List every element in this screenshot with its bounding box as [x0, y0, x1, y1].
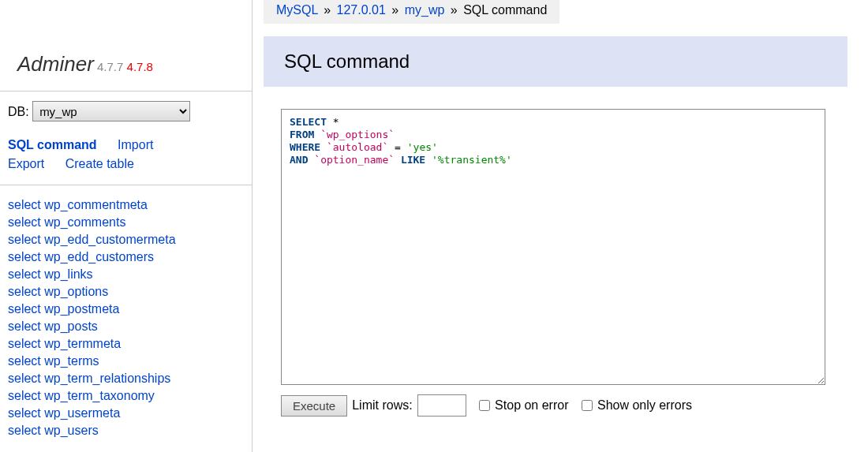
logo-block: Adminer 4.7.7 4.7.8 — [0, 35, 252, 92]
execute-button[interactable]: Execute — [281, 395, 347, 417]
version-current: 4.7.7 — [97, 60, 123, 73]
version-new[interactable]: 4.7.8 — [127, 60, 153, 73]
table-link[interactable]: select wp_commentmeta — [8, 196, 244, 214]
nav-links: SQL command Import Export Create table — [0, 131, 252, 185]
db-label: DB: — [8, 105, 29, 118]
show-only-errors-label: Show only errors — [597, 398, 692, 413]
table-link[interactable]: select wp_termmeta — [8, 335, 244, 353]
table-link[interactable]: select wp_users — [8, 422, 244, 439]
stop-on-error-label: Stop on error — [495, 398, 568, 413]
table-link[interactable]: select wp_links — [8, 266, 244, 283]
table-link[interactable]: select wp_comments — [8, 214, 244, 231]
breadcrumb-mysql[interactable]: MySQL — [276, 3, 318, 17]
breadcrumb: MySQL » 127.0.01 » my_wp » SQL command — [264, 0, 559, 24]
table-link[interactable]: select wp_term_relationships — [8, 370, 244, 387]
sql-textarea[interactable]: SELECT *FROM `wp_options`WHERE `autoload… — [281, 109, 825, 385]
limit-rows-input[interactable] — [417, 394, 466, 417]
table-link[interactable]: select wp_edd_customermeta — [8, 231, 244, 248]
nav-import[interactable]: Import — [118, 136, 153, 155]
nav-sql-command[interactable]: SQL command — [8, 136, 97, 155]
table-link[interactable]: select wp_posts — [8, 318, 244, 335]
breadcrumb-page: SQL command — [463, 3, 547, 17]
table-link[interactable]: select wp_terms — [8, 353, 244, 370]
app-name: Adminer — [17, 52, 94, 76]
nav-export[interactable]: Export — [8, 155, 44, 174]
db-select[interactable]: my_wp — [32, 101, 190, 121]
nav-create-table[interactable]: Create table — [65, 155, 134, 174]
table-link[interactable]: select wp_options — [8, 283, 244, 301]
table-link[interactable]: select wp_postmeta — [8, 301, 244, 318]
table-link[interactable]: select wp_edd_customers — [8, 248, 244, 266]
limit-rows-label: Limit rows: — [352, 398, 412, 413]
table-link[interactable]: select wp_usermeta — [8, 405, 244, 422]
page-title: SQL command — [264, 36, 847, 87]
breadcrumb-host[interactable]: 127.0.01 — [337, 3, 386, 17]
tables-list: select wp_commentmetaselect wp_commentss… — [0, 185, 252, 450]
show-only-errors-checkbox[interactable] — [582, 400, 593, 411]
table-link[interactable]: select wp_term_taxonomy — [8, 387, 244, 405]
stop-on-error-checkbox[interactable] — [479, 400, 490, 411]
breadcrumb-db[interactable]: my_wp — [405, 3, 445, 17]
